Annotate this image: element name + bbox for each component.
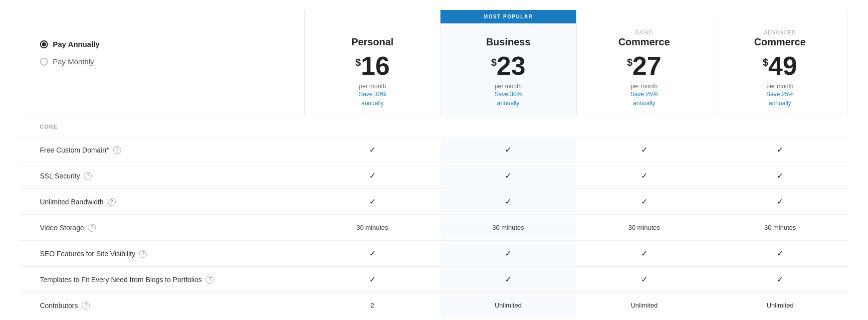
feature-name-0-3: Video Storage? — [20, 217, 304, 239]
feature-val-0-2-2: ✓ — [576, 190, 712, 213]
price-dollar-personal: $ — [355, 57, 361, 68]
price-amount-personal: 16 — [361, 53, 390, 79]
feature-val-0-5-2: ✓ — [576, 268, 712, 291]
checkmark-icon-0-1-2: ✓ — [641, 171, 648, 180]
checkmark-icon-0-5-3: ✓ — [777, 275, 783, 284]
checkmark-icon-0-5-1: ✓ — [505, 275, 511, 284]
help-icon-0-6[interactable]: ? — [82, 302, 90, 310]
feature-row-0-6: Contributors?2UnlimitedUnlimitedUnlimite… — [20, 292, 848, 318]
feature-val-0-4-2: ✓ — [576, 242, 712, 265]
help-icon-0-5[interactable]: ? — [206, 276, 214, 284]
section-label-row-0: CORE — [20, 115, 848, 137]
feature-name-text-0-3: Video Storage — [40, 224, 84, 232]
plan-header-basic-commerce: BASIC Commerce $ 27 per month Save 25%an… — [577, 10, 712, 115]
plan-col-advanced-commerce: ADVANCED Commerce $ 49 per month Save 25… — [712, 10, 848, 115]
feature-name-text-0-2: Unlimited Bandwidth — [40, 198, 104, 206]
annually-radio[interactable] — [40, 40, 48, 48]
checkmark-icon-0-0-3: ✓ — [777, 146, 783, 154]
feature-name-text-0-1: SSL Security — [40, 172, 80, 180]
plan-header-business: Business $ 23 per month Save 30%annually — [440, 10, 576, 115]
feature-val-0-1-0: ✓ — [304, 164, 440, 187]
feature-val-0-1-3: ✓ — [712, 164, 849, 187]
help-icon-0-0[interactable]: ? — [113, 146, 121, 154]
checkmark-icon-0-4-1: ✓ — [505, 249, 511, 258]
feature-name-0-4: SEO Features for Site Visibility? — [20, 243, 304, 265]
price-period-advanced-commerce: per month — [766, 83, 793, 90]
checkmark-icon-0-4-2: ✓ — [641, 249, 648, 258]
price-dollar-advanced-commerce: $ — [763, 57, 768, 68]
checkmark-icon-0-1-3: ✓ — [777, 171, 783, 180]
plan-col-basic-commerce: BASIC Commerce $ 27 per month Save 25%an… — [576, 10, 712, 115]
feature-val-0-6-2: Unlimited — [576, 295, 712, 316]
plan-price-row-business: $ 23 — [491, 53, 525, 79]
feature-name-text-0-4: SEO Features for Site Visibility — [40, 250, 135, 258]
plan-name-basic-commerce: Commerce — [618, 36, 669, 48]
feature-val-0-0-3: ✓ — [712, 138, 849, 161]
checkmark-icon-0-0-0: ✓ — [369, 146, 376, 154]
feature-val-0-4-1: ✓ — [440, 242, 577, 265]
billing-section: Pay Annually Pay Monthly — [20, 10, 304, 115]
page-wrapper: Pay Annually Pay Monthly Personal $ 16 p… — [0, 0, 868, 320]
price-save-business: Save 30%annually — [495, 90, 522, 108]
checkmark-icon-0-2-3: ✓ — [777, 197, 783, 206]
feature-val-0-3-3: 30 minutes — [712, 217, 849, 238]
checkmark-icon-0-5-2: ✓ — [641, 275, 648, 284]
plan-sub-label-basic-commerce: BASIC — [635, 29, 653, 35]
pay-annually-option[interactable]: Pay Annually — [40, 40, 289, 48]
feature-name-0-6: Contributors? — [20, 295, 304, 317]
help-icon-0-1[interactable]: ? — [84, 172, 92, 180]
help-icon-0-4[interactable]: ? — [139, 250, 147, 258]
plan-price-row-basic-commerce: $ 27 — [627, 53, 661, 79]
section-label-0: CORE — [20, 119, 304, 134]
checkmark-icon-0-1-0: ✓ — [369, 171, 376, 180]
feature-val-0-3-0: 30 minutes — [304, 217, 440, 238]
feature-name-0-2: Unlimited Bandwidth? — [20, 191, 304, 213]
help-icon-0-3[interactable]: ? — [88, 224, 96, 232]
feature-val-0-6-0: 2 — [304, 295, 440, 316]
price-dollar-basic-commerce: $ — [627, 57, 633, 68]
feature-name-0-1: SSL Security? — [20, 165, 304, 187]
monthly-label: Pay Monthly — [53, 57, 94, 66]
checkmark-icon-0-5-0: ✓ — [369, 275, 376, 284]
feature-val-0-5-3: ✓ — [712, 268, 849, 291]
plan-header-advanced-commerce: ADVANCED Commerce $ 49 per month Save 25… — [712, 10, 848, 115]
plan-price-row-advanced-commerce: $ 49 — [763, 53, 797, 79]
price-period-basic-commerce: per month — [631, 83, 657, 90]
feature-row-0-3: Video Storage?30 minutes30 minutes30 min… — [20, 214, 848, 240]
feature-row-0-1: SSL Security?✓✓✓✓ — [20, 162, 848, 188]
billing-toggle-group: Pay Annually Pay Monthly — [40, 40, 289, 66]
feature-row-0-2: Unlimited Bandwidth?✓✓✓✓ — [20, 188, 848, 214]
price-amount-advanced-commerce: 49 — [768, 53, 797, 79]
feature-val-0-4-3: ✓ — [712, 242, 849, 265]
feature-name-0-0: Free Custom Domain*? — [20, 139, 304, 161]
price-period-business: per month — [495, 83, 522, 90]
feature-val-0-5-0: ✓ — [304, 268, 440, 291]
checkmark-icon-0-4-0: ✓ — [369, 249, 376, 258]
checkmark-icon-0-4-3: ✓ — [777, 249, 783, 258]
checkmark-icon-0-1-1: ✓ — [505, 171, 511, 180]
price-period-personal: per month — [359, 83, 386, 90]
price-save-personal: Save 30%annually — [359, 90, 386, 108]
most-popular-badge: MOST POPULAR — [440, 10, 576, 23]
plan-col-business: MOST POPULAR Business $ 23 per month Sav… — [440, 10, 576, 115]
feature-name-0-5: Templates to Fit Every Need from Blogs t… — [20, 269, 304, 291]
price-amount-basic-commerce: 27 — [633, 53, 661, 79]
plan-col-personal: Personal $ 16 per month Save 30%annually — [304, 10, 440, 115]
monthly-radio[interactable] — [40, 58, 48, 66]
feature-name-text-0-6: Contributors — [40, 302, 78, 310]
outer-layout: Pay Annually Pay Monthly Personal $ 16 p… — [20, 10, 848, 318]
feature-row-0-0: Free Custom Domain*?✓✓✓✓ — [20, 137, 848, 162]
feature-val-0-0-2: ✓ — [576, 138, 712, 161]
help-icon-0-2[interactable]: ? — [108, 198, 116, 206]
plan-sub-label-advanced-commerce: ADVANCED — [764, 29, 796, 35]
pay-monthly-option[interactable]: Pay Monthly — [40, 57, 289, 66]
feature-val-0-3-2: 30 minutes — [576, 217, 712, 238]
feature-row-0-4: SEO Features for Site Visibility?✓✓✓✓ — [20, 240, 848, 266]
checkmark-icon-0-0-1: ✓ — [505, 146, 511, 154]
feature-val-0-1-2: ✓ — [576, 164, 712, 187]
feature-val-0-0-0: ✓ — [304, 138, 440, 161]
checkmark-icon-0-0-2: ✓ — [641, 146, 648, 154]
plan-price-row-personal: $ 16 — [355, 53, 390, 79]
plan-header-personal: Personal $ 16 per month Save 30%annually — [305, 10, 440, 115]
feature-name-text-0-0: Free Custom Domain* — [40, 146, 109, 154]
